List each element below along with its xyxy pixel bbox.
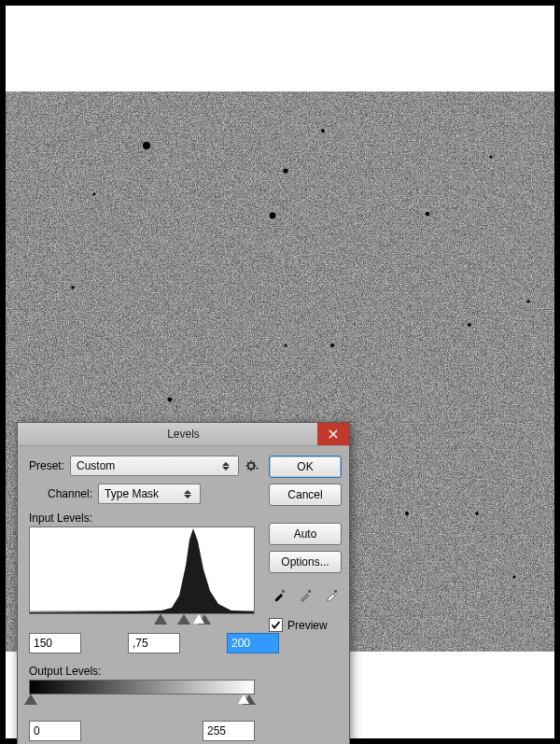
svg-line-24 bbox=[247, 462, 248, 463]
input-gamma-slider[interactable] bbox=[178, 614, 189, 624]
eyedropper-icon bbox=[299, 587, 314, 602]
gray-point-eyedropper[interactable] bbox=[297, 584, 315, 605]
svg-point-19 bbox=[248, 463, 255, 470]
svg-line-27 bbox=[254, 462, 255, 463]
levels-dialog: Levels Preset: Custom bbox=[17, 422, 350, 744]
channel-value: Type Mask bbox=[105, 487, 181, 500]
svg-rect-30 bbox=[308, 590, 311, 593]
eyedropper-icon bbox=[273, 587, 287, 602]
output-gradient bbox=[29, 680, 255, 695]
input-black-field[interactable] bbox=[29, 633, 81, 653]
svg-point-8 bbox=[71, 286, 74, 288]
channel-label: Channel: bbox=[48, 487, 92, 500]
auto-button[interactable]: Auto bbox=[269, 523, 342, 545]
preview-checkbox[interactable] bbox=[269, 618, 283, 632]
output-white-field[interactable] bbox=[203, 721, 255, 741]
svg-point-18 bbox=[513, 576, 516, 579]
close-button[interactable] bbox=[317, 423, 349, 445]
svg-point-10 bbox=[468, 323, 471, 327]
output-black-field[interactable] bbox=[29, 721, 81, 741]
select-arrows-icon bbox=[219, 458, 232, 473]
dialog-titlebar[interactable]: Levels bbox=[18, 423, 349, 446]
output-black-slider[interactable] bbox=[25, 695, 36, 704]
svg-point-14 bbox=[285, 344, 287, 347]
svg-line-26 bbox=[247, 469, 248, 470]
select-arrows-icon bbox=[181, 486, 194, 501]
svg-rect-29 bbox=[282, 590, 285, 593]
svg-point-5 bbox=[270, 213, 276, 219]
close-icon bbox=[329, 429, 338, 439]
preset-menu-button[interactable] bbox=[245, 458, 259, 473]
black-point-eyedropper[interactable] bbox=[271, 584, 289, 605]
svg-point-6 bbox=[321, 129, 325, 133]
svg-point-12 bbox=[526, 300, 530, 303]
svg-rect-31 bbox=[334, 590, 337, 593]
preset-label: Preset: bbox=[29, 459, 64, 472]
svg-point-11 bbox=[489, 155, 492, 158]
dialog-title: Levels bbox=[18, 428, 349, 441]
svg-point-9 bbox=[168, 398, 173, 402]
gear-icon bbox=[245, 459, 259, 472]
svg-point-16 bbox=[405, 512, 409, 515]
preset-value: Custom bbox=[77, 459, 219, 472]
input-gamma-field[interactable] bbox=[128, 633, 180, 653]
svg-point-7 bbox=[426, 212, 430, 217]
channel-select[interactable]: Type Mask bbox=[98, 484, 201, 504]
svg-point-3 bbox=[143, 142, 150, 149]
svg-line-25 bbox=[254, 469, 255, 470]
input-slider-track[interactable] bbox=[29, 614, 255, 627]
eyedropper-icon bbox=[325, 587, 340, 602]
svg-point-13 bbox=[330, 344, 334, 347]
preset-select[interactable]: Custom bbox=[70, 456, 239, 476]
input-levels-label: Input Levels: bbox=[29, 512, 259, 525]
options-button[interactable]: Options... bbox=[269, 551, 342, 573]
svg-point-17 bbox=[475, 512, 478, 514]
output-slider-track[interactable] bbox=[29, 695, 255, 708]
ok-button[interactable]: OK bbox=[269, 456, 342, 478]
cancel-button[interactable]: Cancel bbox=[269, 484, 342, 506]
input-black-slider[interactable] bbox=[155, 614, 166, 624]
preview-label: Preview bbox=[287, 619, 328, 632]
white-point-eyedropper[interactable] bbox=[323, 584, 342, 605]
histogram bbox=[29, 526, 255, 614]
output-levels-label: Output Levels: bbox=[29, 665, 259, 678]
svg-point-4 bbox=[283, 168, 287, 173]
svg-point-15 bbox=[93, 193, 96, 196]
check-icon bbox=[271, 620, 281, 630]
